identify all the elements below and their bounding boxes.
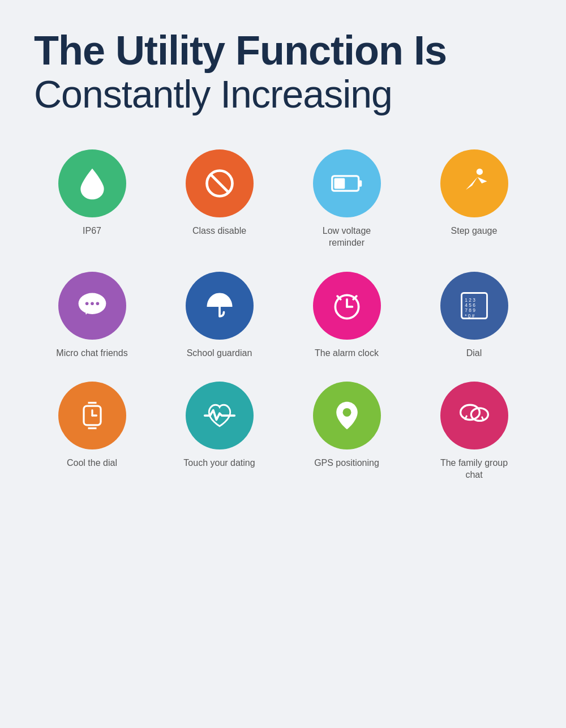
class-disable-icon	[186, 149, 254, 217]
micro-chat-label: Micro chat friends	[56, 348, 127, 359]
feature-family-chat: The family group chat	[416, 382, 532, 481]
svg-rect-4	[334, 178, 345, 189]
cool-dial-label: Cool the dial	[67, 457, 117, 469]
feature-ip67: IP67	[34, 149, 150, 249]
feature-low-voltage: Low voltage reminder	[289, 149, 405, 249]
cool-dial-icon	[58, 382, 126, 449]
feature-step-gauge: Step gauge	[416, 149, 532, 249]
step-gauge-label: Step gauge	[451, 225, 498, 237]
alarm-clock-label: The alarm clock	[315, 348, 379, 359]
feature-alarm-clock: The alarm clock	[289, 272, 405, 359]
low-voltage-label: Low voltage reminder	[310, 225, 384, 249]
touch-dating-icon	[186, 382, 254, 449]
dial-label: Dial	[466, 348, 482, 359]
svg-point-8	[91, 302, 94, 305]
school-guardian-icon	[186, 272, 254, 340]
low-voltage-icon	[313, 149, 381, 217]
svg-text:* 0 #: * 0 #	[465, 312, 475, 318]
svg-point-27	[460, 405, 479, 420]
svg-line-1	[210, 174, 229, 193]
school-guardian-label: School guardian	[187, 348, 252, 359]
feature-micro-chat: Micro chat friends	[34, 272, 150, 359]
svg-point-7	[85, 302, 88, 305]
feature-cool-dial: Cool the dial	[34, 382, 150, 481]
feature-grid: IP67Class disableLow voltage reminderSte…	[34, 149, 532, 481]
ip67-icon	[58, 149, 126, 217]
family-chat-label: The family group chat	[438, 457, 511, 481]
feature-school-guardian: School guardian	[161, 272, 277, 359]
feature-dial: 1 2 34 5 67 8 9* 0 #Dial	[416, 272, 532, 359]
step-gauge-icon	[440, 149, 508, 217]
alarm-clock-icon	[313, 272, 381, 340]
gps-icon	[313, 382, 381, 449]
feature-class-disable: Class disable	[161, 149, 277, 249]
family-chat-icon	[440, 382, 508, 449]
dial-icon: 1 2 34 5 67 8 9* 0 #	[440, 272, 508, 340]
title-bold: The Utility Function Is	[34, 28, 532, 73]
header: The Utility Function Is Constantly Incre…	[34, 28, 532, 115]
svg-rect-3	[358, 180, 362, 186]
touch-dating-label: Touch your dating	[183, 457, 255, 469]
svg-point-9	[96, 302, 99, 305]
page: The Utility Function Is Constantly Incre…	[0, 0, 566, 728]
gps-label: GPS positioning	[314, 457, 379, 469]
feature-gps: GPS positioning	[289, 382, 405, 481]
micro-chat-icon	[58, 272, 126, 340]
feature-touch-dating: Touch your dating	[161, 382, 277, 481]
title-light: Constantly Increasing	[34, 73, 532, 115]
class-disable-label: Class disable	[192, 225, 246, 237]
svg-point-5	[476, 169, 482, 175]
svg-point-26	[342, 408, 351, 417]
ip67-label: IP67	[83, 225, 101, 237]
